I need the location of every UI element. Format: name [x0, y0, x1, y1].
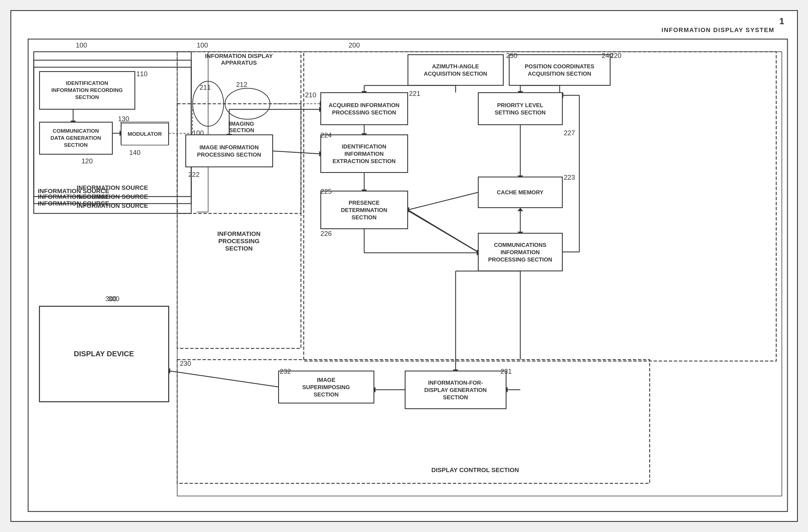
info-source-label-c: INFORMATION SOURCE — [39, 202, 186, 209]
ref-226: 226 — [320, 230, 332, 238]
ref-130: 130 — [118, 115, 129, 123]
ref-231: 231 — [501, 367, 512, 375]
ref-page-num: 1 — [779, 16, 784, 26]
ref-227: 227 — [564, 129, 575, 137]
ref-110: 110 — [136, 70, 148, 78]
comm-info-proc-block: COMMUNICATIONSINFORMATIONPROCESSING SECT… — [478, 233, 563, 271]
info-processing-label: INFORMATIONPROCESSINGSECTION — [180, 230, 298, 252]
priority-level-block: PRIORITY LEVELSETTING SECTION — [478, 92, 563, 125]
info-source-label-a: INFORMATION SOURCE — [39, 184, 186, 191]
image-superimpose-block: IMAGESUPERIMPOSINGSECTION — [278, 371, 374, 403]
ref-200: 200 — [349, 41, 360, 49]
ref-300-label: 300 — [108, 295, 120, 303]
display-control-label: DISPLAY CONTROL SECTION — [405, 466, 546, 474]
image-info-block: IMAGE INFORMATIONPROCESSING SECTION — [186, 135, 273, 167]
info-display-apparatus-label: INFORMATION DISPLAYAPPARATUS — [180, 53, 298, 66]
ref-224: 224 — [320, 131, 332, 139]
ref-210: 210 — [305, 91, 316, 99]
ref-211: 211 — [200, 84, 211, 91]
ref-220: 220 — [610, 52, 622, 60]
svg-point-29 — [225, 88, 270, 119]
presence-det-block: PRESENCEDETERMINATIONSECTION — [320, 191, 408, 229]
ref-221: 221 — [409, 90, 420, 97]
svg-line-55 — [408, 210, 478, 252]
id-info-recording-block: IDENTIFICATIONINFORMATION RECORDINGSECTI… — [39, 71, 135, 109]
ref-225: 225 — [320, 187, 332, 196]
position-coords-block: POSITION COORDINATESACQUISITION SECTION — [509, 55, 610, 86]
system-title-text: INFORMATION DISPLAY SYSTEM — [661, 26, 774, 34]
ref-140: 140 — [129, 149, 141, 157]
imaging-section-label: IMAGINGSECTION — [214, 121, 270, 133]
id-info-extract-block: IDENTIFICATIONINFORMATIONEXTRACTION SECT… — [320, 135, 408, 173]
ref-212: 212 — [236, 81, 247, 89]
svg-marker-53 — [517, 208, 523, 211]
ref-250: 250 — [506, 52, 517, 60]
ref-232: 232 — [280, 367, 291, 375]
ref-100-top: 100 — [76, 41, 87, 49]
svg-rect-0 — [28, 39, 788, 512]
azimuth-angle-block: AZIMUTH-ANGLEACQUISITION SECTION — [408, 55, 503, 86]
ref-222: 222 — [188, 171, 200, 179]
acquired-info-block: ACQUIRED INFORMATIONPROCESSING SECTION — [320, 92, 408, 125]
ref-230: 230 — [180, 360, 191, 367]
page: 1 INFORMATION DISPLAY SYSTEM 100 100 100… — [11, 10, 798, 522]
ref-223: 223 — [564, 173, 575, 181]
info-source-label-b: INFORMATION SOURCE — [39, 193, 186, 201]
comm-data-gen-block: COMMUNICATIONDATA GENERATIONSECTION — [39, 122, 112, 154]
svg-line-54 — [408, 210, 478, 252]
cache-memory-block: CACHE MEMORY — [478, 177, 563, 208]
svg-line-61 — [273, 151, 320, 154]
svg-line-49 — [408, 192, 478, 210]
ref-120: 120 — [81, 157, 93, 165]
svg-line-74 — [169, 371, 278, 387]
display-device-block: DISPLAY DEVICE — [39, 306, 169, 402]
modulator-block: MODULATOR — [121, 123, 169, 145]
info-for-display-block: INFORMATION-FOR-DISPLAY GENERATIONSECTIO… — [405, 371, 506, 409]
ref-100-mid: 100 — [197, 41, 208, 49]
